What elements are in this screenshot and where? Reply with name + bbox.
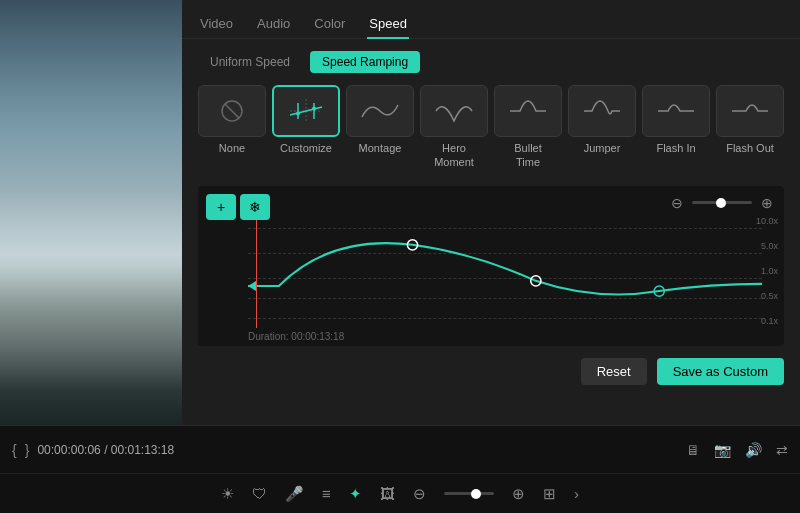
preset-none[interactable]: None xyxy=(198,85,266,170)
preset-none-icon xyxy=(198,85,266,137)
timeline-time: 00:00:00:06 / 00:01:13:18 xyxy=(37,443,174,457)
zoom-thumb xyxy=(716,198,726,208)
timeline-bracket-open-icon[interactable]: { xyxy=(12,442,17,458)
bottom-toolbar: ☀ 🛡 🎤 ≡ ✦ 🖼 ⊖ ⊕ ⊞ › xyxy=(0,473,800,513)
sun-icon[interactable]: ☀ xyxy=(221,485,234,503)
picture-icon[interactable]: 🖼 xyxy=(380,485,395,502)
effects-icon[interactable]: ✦ xyxy=(349,485,362,503)
playhead-line xyxy=(256,214,257,328)
zoom-in-button[interactable]: ⊕ xyxy=(758,194,776,212)
preset-bullet-time[interactable]: BulletTime xyxy=(494,85,562,170)
zoom-slider[interactable] xyxy=(692,201,752,204)
preset-hero-moment-label: HeroMoment xyxy=(434,141,474,170)
svg-point-8 xyxy=(312,107,316,111)
preset-montage-icon xyxy=(346,85,414,137)
action-bar: Reset Save as Custom xyxy=(182,350,800,393)
freeze-frame-button[interactable]: ❄ xyxy=(240,194,270,220)
preset-flash-in-label: Flash In xyxy=(656,141,695,155)
timeline-bracket-close-icon[interactable]: } xyxy=(25,442,30,458)
svg-point-7 xyxy=(296,111,300,115)
preset-grid: None Cust xyxy=(198,85,784,170)
bottom-zoom-control xyxy=(444,492,494,495)
list-icon[interactable]: ≡ xyxy=(322,485,331,502)
speed-curve-svg xyxy=(248,214,762,327)
preset-hero-moment[interactable]: HeroMoment xyxy=(420,85,488,170)
tab-color[interactable]: Color xyxy=(312,10,347,39)
chevron-icon[interactable]: › xyxy=(574,485,579,502)
plus-icon: + xyxy=(217,199,225,215)
svg-marker-9 xyxy=(248,280,256,290)
bottom-zoom-dot xyxy=(471,489,481,499)
current-time: 00:00:00:06 xyxy=(37,443,100,457)
mode-buttons: Uniform Speed Speed Ramping xyxy=(198,51,784,73)
bottom-zoom-track[interactable] xyxy=(444,492,494,495)
shield-icon[interactable]: 🛡 xyxy=(252,485,267,502)
speed-controls: Uniform Speed Speed Ramping None xyxy=(182,39,800,182)
reset-button[interactable]: Reset xyxy=(581,358,647,385)
camera-icon[interactable]: 📷 xyxy=(714,442,731,458)
duration-label: Duration: xyxy=(248,331,289,342)
preset-flash-out-label: Flash Out xyxy=(726,141,774,155)
preset-customize[interactable]: Customize xyxy=(272,85,340,170)
curve-toolbar: + ❄ xyxy=(206,194,270,220)
duration-text: Duration: 00:00:13:18 xyxy=(248,331,344,342)
plus-circle-icon[interactable]: ⊕ xyxy=(512,485,525,503)
mic-icon[interactable]: 🎤 xyxy=(285,485,304,503)
preset-montage[interactable]: Montage xyxy=(346,85,414,170)
zoom-out-button[interactable]: ⊖ xyxy=(668,194,686,212)
time-separator: / xyxy=(104,443,111,457)
video-panel: ⬚ xyxy=(0,0,182,425)
preset-jumper-icon xyxy=(568,85,636,137)
timeline-bar: { } 00:00:00:06 / 00:01:13:18 🖥 📷 🔊 ⇄ xyxy=(0,425,800,473)
audio-icon[interactable]: 🔊 xyxy=(745,442,762,458)
video-preview: ⬚ xyxy=(0,0,182,425)
preset-bullet-time-icon xyxy=(494,85,562,137)
minus-circle-icon[interactable]: ⊖ xyxy=(413,485,426,503)
speed-ramping-button[interactable]: Speed Ramping xyxy=(310,51,420,73)
preset-customize-label: Customize xyxy=(280,141,332,155)
preset-jumper[interactable]: Jumper xyxy=(568,85,636,170)
preset-jumper-label: Jumper xyxy=(584,141,621,155)
save-custom-button[interactable]: Save as Custom xyxy=(657,358,784,385)
tab-speed[interactable]: Speed xyxy=(367,10,409,39)
preset-customize-icon xyxy=(272,85,340,137)
transform-icon[interactable]: ⇄ xyxy=(776,442,788,458)
curve-zoom: ⊖ ⊕ xyxy=(668,194,776,212)
preset-none-label: None xyxy=(219,141,245,155)
preset-hero-moment-icon xyxy=(420,85,488,137)
uniform-speed-button[interactable]: Uniform Speed xyxy=(198,51,302,73)
add-keyframe-button[interactable]: + xyxy=(206,194,236,220)
monitor-icon[interactable]: 🖥 xyxy=(686,442,700,458)
timeline-right-icons: 🖥 📷 🔊 ⇄ xyxy=(686,442,788,458)
preset-flash-in-icon xyxy=(642,85,710,137)
curve-area: + ❄ ⊖ ⊕ 10.0x 5.0x 1.0x 0.5x 0.1x xyxy=(198,186,784,346)
svg-line-1 xyxy=(225,104,239,118)
total-time: 00:01:13:18 xyxy=(111,443,174,457)
preset-bullet-time-label: BulletTime xyxy=(514,141,542,170)
preset-flash-in[interactable]: Flash In xyxy=(642,85,710,170)
controls-panel: Video Audio Color Speed Uniform Speed Sp… xyxy=(182,0,800,425)
duration-value: 00:00:13:18 xyxy=(291,331,344,342)
tab-video[interactable]: Video xyxy=(198,10,235,39)
preset-flash-out-icon xyxy=(716,85,784,137)
preset-montage-label: Montage xyxy=(359,141,402,155)
tab-audio[interactable]: Audio xyxy=(255,10,292,39)
preset-flash-out[interactable]: Flash Out xyxy=(716,85,784,170)
tab-bar: Video Audio Color Speed xyxy=(182,0,800,39)
snowflake-icon: ❄ xyxy=(249,199,261,215)
grid-icon[interactable]: ⊞ xyxy=(543,485,556,503)
